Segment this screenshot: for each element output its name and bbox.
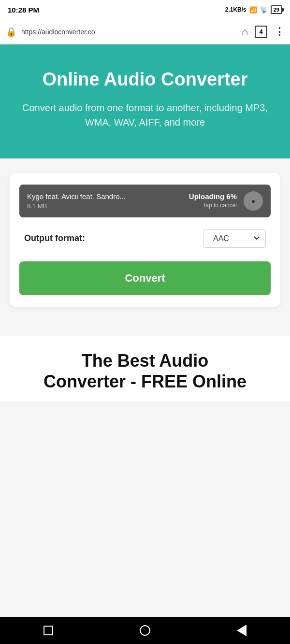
format-row: Output format: AAC MP3 WMA WAV AIFF FLAC…	[19, 229, 271, 248]
wifi-icon: 📡	[260, 6, 268, 14]
file-size: 8.1 MB	[27, 202, 189, 210]
android-nav-bar	[0, 617, 290, 644]
cancel-button[interactable]: ●	[244, 191, 263, 211]
battery-indicator: 29	[271, 5, 282, 14]
network-speed: 2.1KB/s	[225, 6, 246, 13]
nav-home-icon[interactable]	[140, 625, 150, 636]
home-icon[interactable]: ⌂	[242, 26, 248, 38]
tap-cancel-label: tap to cancel	[204, 202, 237, 209]
nav-recents-icon[interactable]	[44, 626, 53, 635]
hero-title: Online Audio Converter	[19, 69, 271, 91]
upload-item[interactable]: Kygo feat. Avicii feat. Sandro... 8.1 MB…	[19, 185, 271, 217]
hero-subtitle: Convert audio from one format to another…	[19, 100, 271, 129]
status-bar: 10:28 PM 2.1KB/s 📶 📡 29	[0, 0, 290, 19]
upload-info: Kygo feat. Avicii feat. Sandro... 8.1 MB	[27, 192, 189, 210]
promo-line2: Converter - FREE Online	[44, 372, 246, 391]
bottom-promo: The Best Audio Converter - FREE Online	[0, 336, 290, 401]
browser-bar: 🔒 https://audioconverter.co ⌂ 4 ⋮	[0, 19, 290, 44]
convert-button[interactable]: Convert	[19, 261, 271, 295]
format-label: Output format:	[24, 233, 85, 243]
hero-banner: Online Audio Converter Convert audio fro…	[0, 44, 290, 158]
file-name: Kygo feat. Avicii feat. Sandro...	[27, 192, 189, 200]
signal-icon: 📶	[249, 6, 257, 14]
promo-title: The Best Audio Converter - FREE Online	[14, 350, 276, 392]
nav-back-icon[interactable]	[237, 625, 246, 636]
status-right: 2.1KB/s 📶 📡 29	[225, 5, 282, 14]
more-menu-button[interactable]: ⋮	[274, 26, 284, 38]
url-text[interactable]: https://audioconverter.co	[21, 28, 237, 36]
promo-line1: The Best Audio	[82, 351, 209, 371]
upload-status: Uploading 6% tap to cancel	[189, 192, 237, 209]
converter-card: Kygo feat. Avicii feat. Sandro... 8.1 MB…	[10, 173, 280, 307]
cancel-icon: ●	[251, 197, 255, 205]
browser-actions: ⌂ 4 ⋮	[242, 26, 284, 38]
lock-icon: 🔒	[6, 27, 16, 37]
format-select[interactable]: AAC MP3 WMA WAV AIFF FLAC OGG	[203, 229, 266, 248]
upload-percent: Uploading 6%	[189, 192, 237, 200]
status-time: 10:28 PM	[8, 6, 39, 14]
main-content: Kygo feat. Avicii feat. Sandro... 8.1 MB…	[0, 158, 290, 336]
tabs-button[interactable]: 4	[255, 26, 267, 38]
